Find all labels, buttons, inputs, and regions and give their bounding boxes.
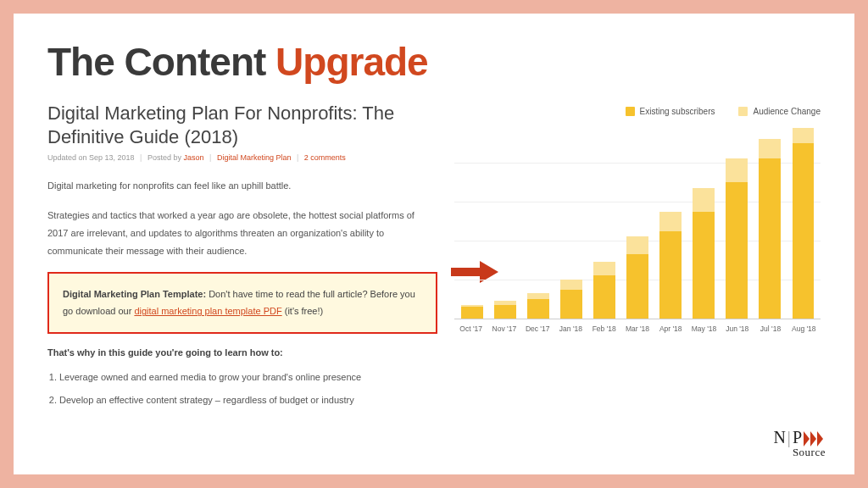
bar-segment-audience (560, 280, 582, 290)
bar-segment-audience (527, 293, 549, 299)
x-axis-label: May '18 (687, 324, 721, 333)
article-meta: Updated on Sep 13, 2018 | Posted by Jaso… (47, 153, 437, 162)
x-axis-label: Mar '18 (620, 324, 654, 333)
bar-column (688, 188, 720, 319)
x-axis-label: Jul '18 (754, 324, 787, 333)
meta-category-link[interactable]: Digital Marketing Plan (217, 153, 292, 162)
bar-column (721, 158, 753, 319)
logo-letter-p: P (793, 428, 802, 447)
bar-segment-existing (659, 231, 682, 319)
callout-download-link[interactable]: digital marketing plan template PDF (134, 306, 281, 316)
x-axis-label: Nov '17 (487, 324, 520, 333)
bar-segment-existing (593, 275, 615, 319)
x-axis-label: Dec '17 (521, 324, 554, 333)
x-axis-label: Jun '18 (721, 324, 754, 333)
legend-item-existing: Existing subscribers (626, 107, 715, 116)
legend-label: Existing subscribers (640, 107, 715, 116)
x-axis-label: Feb '18 (587, 324, 620, 333)
slide-title-part2: Upgrade (275, 40, 428, 84)
article-paragraph: Digital marketing for nonprofits can fee… (47, 177, 437, 195)
x-axis-label: Apr '18 (654, 324, 687, 333)
chart-x-axis: Oct '17Nov '17Dec '17Jan '18Feb '18Mar '… (454, 324, 821, 333)
slide-title-part1: The Content (47, 40, 275, 84)
bar-segment-audience (626, 236, 648, 254)
article-excerpt: Digital Marketing Plan For Nonprofits: T… (47, 102, 437, 411)
meta-sep: | (297, 153, 298, 162)
article-list: Leverage owned and earned media to grow … (47, 366, 437, 411)
bar-segment-audience (726, 158, 748, 182)
bar-segment-existing (759, 158, 781, 319)
slide-title: The Content Upgrade (47, 39, 821, 85)
callout-text-post: (it's free!) (282, 306, 324, 316)
chart-legend: Existing subscribers Audience Change (454, 107, 821, 116)
meta-sep: | (140, 153, 142, 162)
brand-logo: N | P Source (773, 428, 826, 459)
bar-column (489, 301, 520, 319)
bar-column (588, 262, 620, 319)
content-upgrade-callout: Digital Marketing Plan Template: Don't h… (47, 272, 437, 335)
bar-segment-audience (593, 262, 615, 275)
bar-segment-existing (560, 290, 582, 319)
bar-column (621, 236, 653, 319)
chart-panel: Existing subscribers Audience Change Oct… (454, 102, 821, 411)
meta-updated: Updated on Sep 13, 2018 (47, 153, 135, 162)
slide-frame: The Content Upgrade Digital Marketing Pl… (0, 0, 868, 488)
meta-author-link[interactable]: Jason (184, 153, 204, 162)
meta-posted-label: Posted by (147, 153, 184, 162)
bar-segment-existing (626, 254, 648, 319)
bar-segment-existing (461, 307, 483, 319)
content-columns: Digital Marketing Plan For Nonprofits: T… (47, 102, 821, 411)
bar-segment-audience (659, 212, 682, 231)
meta-sep: | (209, 153, 211, 162)
bar-segment-audience (793, 128, 815, 143)
list-item: Develop an effective content strategy – … (59, 389, 437, 411)
logo-top-row: N | P (773, 428, 826, 447)
legend-swatch-icon (738, 107, 748, 116)
legend-swatch-icon (626, 107, 635, 116)
subscribers-bar-chart (454, 125, 821, 319)
article-paragraph: Strategies and tactics that worked a yea… (47, 207, 437, 260)
x-axis-label: Oct '17 (454, 324, 487, 333)
bar-column (754, 139, 786, 319)
list-item: Leverage owned and earned media to grow … (59, 366, 437, 388)
logo-letter-n: N (773, 428, 785, 447)
callout-bold: Digital Marketing Plan Template: (63, 289, 206, 299)
article-subheading: That's why in this guide you're going to… (47, 347, 437, 358)
bar-segment-existing (793, 143, 815, 319)
article-title: Digital Marketing Plan For Nonprofits: T… (47, 102, 437, 148)
legend-item-audience: Audience Change (738, 107, 821, 116)
x-axis-label: Jan '18 (554, 324, 587, 333)
logo-word: Source (773, 446, 826, 459)
bar-segment-existing (726, 182, 748, 319)
bar-segment-audience (693, 188, 715, 212)
bar-segment-existing (494, 305, 516, 319)
bar-column (456, 305, 487, 319)
bar-segment-existing (693, 212, 715, 319)
bar-column (655, 212, 687, 319)
logo-divider: | (787, 428, 791, 447)
bar-segment-audience (759, 139, 781, 158)
bar-column (522, 293, 554, 319)
legend-label: Audience Change (753, 107, 821, 116)
bar-column (787, 128, 819, 319)
logo-chevrons-icon (804, 428, 826, 447)
meta-comments-link[interactable]: 2 comments (304, 153, 346, 162)
bar-column (555, 280, 587, 319)
bar-segment-existing (527, 299, 549, 319)
x-axis-label: Aug '18 (787, 324, 821, 333)
